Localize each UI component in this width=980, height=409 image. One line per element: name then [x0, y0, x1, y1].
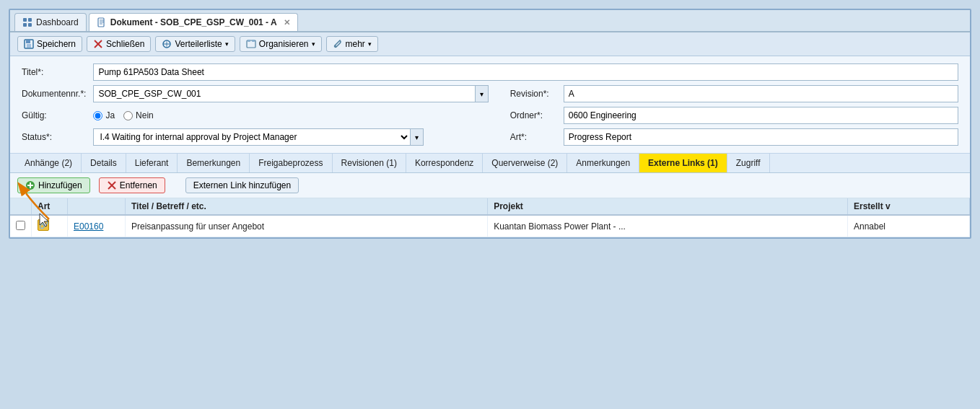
organize-icon	[246, 39, 256, 49]
add-circle-icon	[25, 180, 35, 190]
tab-korrespondenz[interactable]: Korrespondenz	[406, 154, 483, 172]
row-created-text: Annabel	[854, 221, 885, 232]
tab-freigabeprozess[interactable]: Freigabeprozess	[250, 154, 332, 172]
row-checkbox[interactable]	[16, 221, 25, 230]
distribution-icon	[162, 39, 172, 49]
col-project: Projekt	[488, 198, 848, 215]
tab-bemerkungen[interactable]: Bemerkungen	[178, 154, 250, 172]
external-links-table: Art Titel / Betreff / etc. Projekt Erste…	[10, 198, 970, 237]
col-checkbox	[10, 198, 32, 215]
docnr-dropdown-btn[interactable]: ▾	[476, 85, 488, 102]
revision-input[interactable]	[564, 85, 958, 102]
remove-label: Entfernen	[120, 180, 157, 190]
status-dropdown-btn[interactable]: ▾	[411, 128, 424, 146]
folder-label: Ordner*:	[510, 110, 549, 120]
row-project-text: Kuantan Biomass Power Plant - ...	[494, 221, 626, 232]
status-label: Status*:	[22, 132, 86, 142]
more-label: mehr	[346, 39, 365, 49]
tab-zugriff[interactable]: Zugriff	[727, 154, 770, 172]
svg-rect-10	[27, 44, 31, 48]
col-title: Titel / Betreff / etc.	[126, 198, 488, 215]
valid-nein-label: Nein	[136, 110, 154, 120]
tab-lieferant[interactable]: Lieferant	[126, 154, 178, 172]
link-type-icon	[38, 219, 49, 231]
more-button[interactable]: mehr ▾	[326, 36, 378, 52]
valid-nein-radio[interactable]: Nein	[123, 110, 154, 120]
organize-chevron: ▾	[312, 40, 315, 48]
folder-input[interactable]	[564, 107, 958, 124]
save-button[interactable]: Speichern	[17, 36, 82, 52]
valid-ja-radio[interactable]: Ja	[93, 110, 115, 120]
grid-icon	[22, 17, 32, 27]
col-art: Art	[32, 198, 68, 215]
svg-point-18	[335, 45, 336, 47]
valid-label: Gültig:	[22, 110, 86, 120]
title-input[interactable]	[93, 63, 958, 81]
tab-document[interactable]: Dokument - SOB_CPE_GSP_CW_001 - A ✕	[89, 13, 298, 31]
svg-rect-0	[23, 18, 27, 22]
svg-rect-16	[248, 40, 250, 42]
col-docnr	[68, 198, 126, 215]
art-input[interactable]	[564, 128, 958, 146]
action-bar: Hinzufügen Externen Link hinzufüge	[10, 173, 970, 198]
add-ext-link-header-label: Externen Link hinzufügen	[193, 180, 291, 190]
doc-icon	[97, 17, 107, 27]
save-label: Speichern	[37, 39, 76, 49]
save-icon	[24, 39, 34, 49]
tab-dashboard-label: Dashboard	[36, 17, 79, 27]
add-button[interactable]: Hinzufügen	[17, 177, 90, 193]
more-chevron: ▾	[368, 40, 372, 48]
docnr-input[interactable]	[93, 85, 476, 102]
svg-rect-17	[252, 40, 255, 42]
doc-number-link[interactable]: E00160	[74, 221, 103, 232]
row-title-text: Preisanpassung für unser Angebot	[131, 221, 264, 232]
col-created: Erstellt v	[847, 198, 969, 215]
organize-button[interactable]: Organisieren ▾	[240, 36, 322, 52]
close-x-icon	[93, 39, 103, 49]
wrench-icon	[333, 39, 343, 49]
tab-details[interactable]: Details	[82, 154, 126, 172]
row-docnr-cell[interactable]: E00160	[68, 215, 126, 237]
row-project-cell: Kuantan Biomass Power Plant - ...	[488, 215, 848, 237]
distribution-button[interactable]: Verteilerliste ▾	[155, 36, 235, 52]
svg-rect-9	[26, 40, 30, 43]
form-area: Titel*: Dokumentennr.*: ▾ Revision*: Gül…	[10, 56, 970, 154]
close-label: Schließen	[106, 39, 144, 49]
tab-anmerkungen[interactable]: Anmerkungen	[567, 154, 639, 172]
toolbar: Speichern Schließen Verteilerliste ▾	[10, 32, 970, 56]
tab-anhaenge[interactable]: Anhänge (2)	[16, 154, 82, 172]
remove-button[interactable]: Entfernen	[99, 177, 165, 193]
row-title-cell: Preisanpassung für unser Angebot	[126, 215, 488, 237]
tab-externe-links[interactable]: Externe Links (1)	[639, 154, 727, 172]
status-select[interactable]: I.4 Waiting for internal approval by Pro…	[93, 128, 411, 146]
svg-rect-1	[28, 18, 32, 22]
remove-x-icon	[107, 180, 117, 190]
tab-dashboard[interactable]: Dashboard	[14, 13, 87, 31]
tab-revisionen[interactable]: Revisionen (1)	[333, 154, 406, 172]
tab-document-label: Dokument - SOB_CPE_GSP_CW_001 - A	[110, 17, 277, 27]
distribution-chevron: ▾	[225, 40, 229, 48]
tab-querverweise[interactable]: Querverweise (2)	[483, 154, 567, 172]
docnr-label: Dokumentennr.*:	[22, 89, 86, 99]
tab-bar: Dashboard Dokument - SOB_CPE_GSP_CW_001 …	[10, 10, 970, 32]
svg-rect-2	[23, 23, 27, 27]
add-ext-link-header-button[interactable]: Externen Link hinzufügen	[185, 177, 299, 193]
organize-label: Organisieren	[259, 39, 309, 49]
table-area: Art Titel / Betreff / etc. Projekt Erste…	[10, 198, 970, 237]
content-tabs: Anhänge (2) Details Lieferant Bemerkunge…	[10, 154, 970, 173]
svg-rect-3	[28, 23, 32, 27]
row-art-cell	[32, 215, 68, 237]
title-label: Titel*:	[22, 67, 86, 77]
art-label: Art*:	[510, 132, 549, 142]
valid-ja-label: Ja	[105, 110, 115, 120]
table-header-row: Art Titel / Betreff / etc. Projekt Erste…	[10, 198, 970, 215]
close-icon[interactable]: ✕	[284, 18, 290, 27]
add-label: Hinzufügen	[38, 180, 82, 190]
distribution-label: Verteilerliste	[175, 39, 222, 49]
close-button[interactable]: Schließen	[87, 36, 151, 52]
table-row: E00160 Preisanpassung für unser Angebot …	[10, 215, 970, 237]
revision-label: Revision*:	[510, 89, 549, 99]
row-created-cell: Annabel	[847, 215, 969, 237]
row-checkbox-cell[interactable]	[10, 215, 32, 237]
